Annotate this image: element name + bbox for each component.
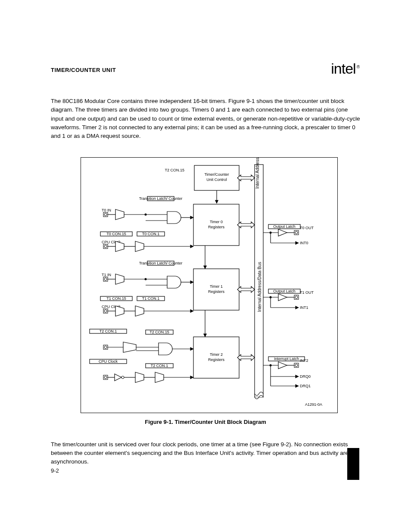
svg-text:Registers: Registers xyxy=(208,289,225,294)
svg-text:T0 CON.15: T0 CON.15 xyxy=(106,232,126,236)
svg-text:Output Latch: Output Latch xyxy=(273,289,296,293)
registered-mark: ® xyxy=(357,65,359,69)
svg-text:CPU Clock: CPU Clock xyxy=(99,359,118,364)
svg-text:Timer 2: Timer 2 xyxy=(210,352,223,357)
svg-text:Transition Latch/ Counter: Transition Latch/ Counter xyxy=(139,261,183,265)
bus-label-rot: Internal Address/Data Bus xyxy=(257,262,262,312)
svg-text:DRQ1: DRQ1 xyxy=(300,384,311,388)
svg-point-62 xyxy=(104,310,107,312)
svg-point-96 xyxy=(104,376,107,379)
svg-text:Registers: Registers xyxy=(208,358,225,362)
timer1-group: Timer 1 Registers Transition Latch/ Coun… xyxy=(100,261,314,337)
svg-text:T1 IN: T1 IN xyxy=(102,273,111,277)
intro-p1: The 80C186 Modular Core contains three i… xyxy=(51,97,361,140)
after-paragraph: The timer/counter unit is serviced over … xyxy=(51,434,361,472)
svg-text:T2 CON.1: T2 CON.1 xyxy=(151,364,168,368)
part-number: A1291-0A xyxy=(305,402,322,407)
svg-text:T2 CON.15: T2 CON.15 xyxy=(165,168,184,172)
svg-point-108 xyxy=(295,364,298,367)
svg-text:Timer/Counter: Timer/Counter xyxy=(204,172,229,177)
intro-paragraph: The 80C186 Modular Core contains three i… xyxy=(51,97,361,146)
svg-text:Interrupt Latch: Interrupt Latch xyxy=(274,357,299,361)
svg-text:T0 OUT: T0 OUT xyxy=(300,226,314,230)
after-p1: The timer/counter unit is serviced over … xyxy=(51,440,361,467)
svg-point-86 xyxy=(104,346,107,348)
svg-text:T2 CON.15: T2 CON.15 xyxy=(149,330,169,334)
svg-text:Timer 0: Timer 0 xyxy=(210,220,223,224)
svg-point-98 xyxy=(121,376,124,379)
svg-text:T1 OUT: T1 OUT xyxy=(300,290,314,295)
running-header: TIMER/COUNTER UNIT xyxy=(51,67,116,73)
svg-text:INT0: INT0 xyxy=(300,241,308,245)
svg-text:T0 IN: T0 IN xyxy=(102,208,111,212)
svg-text:INT1: INT1 xyxy=(300,305,308,310)
svg-text:T1 CON.1: T1 CON.1 xyxy=(142,296,160,301)
section-marker-i xyxy=(347,448,359,480)
svg-point-13 xyxy=(104,213,107,216)
timer2-group: Timer 2 Registers T2 CON.1 T2 CON.15 xyxy=(90,329,311,388)
svg-text:Unit Control: Unit Control xyxy=(206,177,227,182)
intel-logo: intel® xyxy=(331,60,359,77)
svg-text:Timer 1: Timer 1 xyxy=(210,284,223,289)
svg-text:Output Latch: Output Latch xyxy=(273,224,296,229)
svg-text:T1 CON.15: T1 CON.15 xyxy=(106,296,126,301)
block-diagram-svg: Internal Address/Data Bus Internal Addre… xyxy=(81,158,337,413)
timer0-group: Timer 0 Registers Transition Latch/ Coun… xyxy=(100,196,314,269)
svg-point-37 xyxy=(295,231,298,234)
svg-text:Registers: Registers xyxy=(208,225,225,229)
svg-text:INT2: INT2 xyxy=(300,358,308,363)
bus-label: Internal Address/Data Bus xyxy=(255,158,260,189)
figure-frame: Internal Address/Data Bus Internal Addre… xyxy=(81,157,338,413)
svg-text:DRQ0: DRQ0 xyxy=(300,374,311,379)
svg-point-26 xyxy=(104,245,107,248)
svg-text:Transition Latch/ Counter: Transition Latch/ Counter xyxy=(139,196,183,201)
svg-text:T2 CON.1: T2 CON.1 xyxy=(100,329,117,333)
svg-point-73 xyxy=(295,296,298,299)
page-number: 9-2 xyxy=(51,467,59,474)
svg-point-49 xyxy=(104,278,107,280)
figure-caption: Figure 9-1. Timer/Counter Unit Block Dia… xyxy=(0,419,411,425)
svg-text:T0 CON.1: T0 CON.1 xyxy=(142,232,160,236)
brand-name: intel xyxy=(331,60,355,77)
